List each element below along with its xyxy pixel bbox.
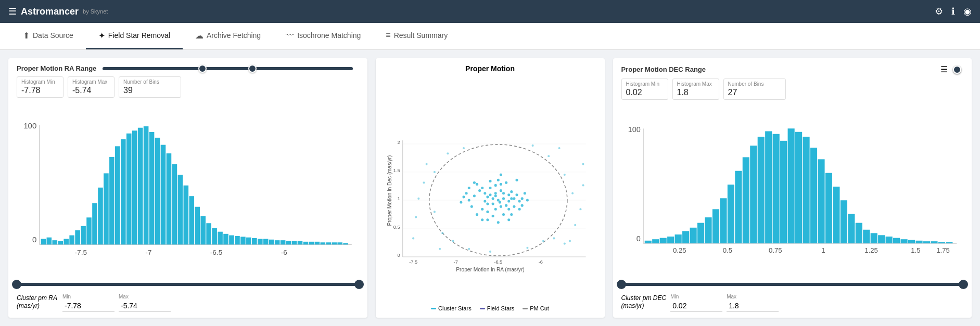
left-cluster-min-input[interactable]	[62, 301, 114, 311]
svg-rect-26	[155, 138, 160, 244]
svg-point-124	[515, 179, 518, 181]
svg-rect-33	[195, 207, 200, 245]
svg-text:1.5: 1.5	[911, 246, 920, 254]
left-slider-thumb-right[interactable]	[248, 64, 257, 73]
svg-rect-201	[833, 187, 839, 243]
svg-rect-12	[75, 230, 80, 244]
svg-rect-41	[240, 237, 246, 244]
svg-rect-46	[269, 240, 274, 245]
menu-button[interactable]: ☰	[8, 6, 17, 17]
tab-data-source[interactable]: ⬆ Data Source	[10, 23, 86, 49]
svg-rect-52	[303, 242, 309, 244]
left-cluster-max-group: Max	[119, 294, 171, 311]
svg-rect-196	[795, 132, 802, 243]
right-cluster-max-input[interactable]	[727, 301, 779, 311]
svg-point-103	[505, 181, 507, 184]
svg-point-157	[468, 248, 470, 250]
svg-point-93	[510, 190, 513, 193]
right-slider-thumb-right[interactable]	[953, 66, 961, 74]
right-bins-value[interactable]: 27	[728, 88, 781, 97]
left-cluster-max-input[interactable]	[119, 301, 171, 311]
svg-point-130	[502, 192, 504, 194]
svg-point-110	[494, 184, 497, 187]
left-range-slider[interactable]	[103, 67, 352, 70]
svg-point-120	[460, 201, 462, 203]
svg-point-161	[489, 251, 491, 253]
svg-point-159	[433, 171, 435, 173]
svg-point-149	[531, 145, 533, 147]
right-hist-min-label: Histogram Min	[626, 81, 664, 87]
svg-text:1.75: 1.75	[936, 246, 950, 254]
svg-rect-39	[229, 236, 234, 245]
svg-point-104	[465, 192, 467, 194]
svg-point-97	[518, 200, 520, 202]
svg-rect-179	[667, 237, 674, 243]
svg-point-106	[475, 213, 478, 216]
svg-rect-214	[931, 241, 937, 243]
tab-field-star-removal[interactable]: ✦ Field Star Removal	[86, 23, 183, 49]
wave-icon: 〰	[286, 31, 294, 40]
left-slider-thumb-left[interactable]	[198, 64, 207, 73]
svg-rect-188	[735, 171, 742, 243]
field-stars-group	[412, 145, 584, 253]
tab-archive-fetching[interactable]: ☁ Archive Fetching	[183, 23, 273, 49]
svg-point-134	[499, 205, 502, 208]
tab-isochrone-matching[interactable]: 〰 Isochrone Matching	[273, 23, 373, 49]
svg-point-147	[553, 237, 555, 239]
svg-point-83	[491, 203, 494, 205]
info-icon: ℹ	[951, 6, 955, 17]
svg-point-85	[483, 200, 486, 202]
left-cluster-min-label: Min	[62, 294, 114, 299]
svg-rect-19	[115, 146, 120, 244]
svg-rect-21	[126, 134, 132, 245]
svg-point-109	[502, 213, 504, 216]
left-hist-min-label: Histogram Min	[21, 79, 59, 85]
right-hist-min-value[interactable]: 0.02	[626, 88, 664, 97]
svg-rect-30	[178, 175, 183, 244]
left-bottom-thumb-right[interactable]	[354, 280, 364, 289]
svg-rect-24	[144, 126, 149, 244]
right-bins-label: Number of Bins	[728, 81, 781, 87]
svg-text:2: 2	[397, 140, 400, 145]
right-hist-max-value[interactable]: 1.8	[677, 88, 715, 97]
svg-rect-215	[938, 242, 945, 243]
left-panel: Proper Motion RA Range Histogram Min -7.…	[8, 58, 367, 318]
svg-rect-187	[727, 185, 734, 243]
right-panel: Proper Motion DEC Range ☰ Histogram Min …	[613, 58, 972, 318]
settings-button[interactable]: ⚙	[935, 6, 943, 17]
svg-rect-58	[337, 242, 342, 244]
tab-result-summary[interactable]: ≡ Result Summary	[373, 23, 460, 49]
left-bottom-thumb-left[interactable]	[12, 280, 21, 289]
svg-rect-44	[258, 239, 263, 244]
left-cluster-pm: Cluster pm RA (mas/yr) Min Max	[17, 294, 359, 311]
right-menu-button[interactable]: ☰	[940, 64, 948, 74]
info-button[interactable]: ℹ	[951, 6, 955, 17]
svg-text:1: 1	[821, 246, 825, 254]
svg-text:1.5: 1.5	[393, 168, 400, 173]
scatter-plot-container: Proper Motion in Dec (mas/yr) 0 0.5 1 1.…	[384, 75, 596, 301]
left-cluster-pm-label-group: Cluster pm RA (mas/yr)	[17, 294, 58, 309]
github-button[interactable]: ◉	[963, 6, 972, 17]
left-bins-value[interactable]: 39	[123, 86, 176, 95]
left-hist-min-group: Histogram Min -7.78	[17, 76, 63, 98]
svg-point-128	[498, 201, 501, 203]
svg-point-136	[510, 197, 513, 200]
right-bottom-thumb-right[interactable]	[959, 280, 968, 289]
right-bottom-thumb-left[interactable]	[617, 280, 626, 289]
svg-text:-7.5: -7.5	[409, 259, 417, 265]
svg-text:-6.5: -6.5	[494, 259, 502, 265]
tab-result-summary-label: Result Summary	[394, 31, 448, 40]
left-bottom-slider[interactable]	[17, 279, 359, 290]
svg-rect-31	[184, 186, 189, 245]
svg-point-102	[497, 179, 499, 181]
svg-text:0.5: 0.5	[393, 225, 400, 230]
svg-text:-6: -6	[281, 249, 288, 256]
scatter-legend: Cluster Stars Field Stars PM Cut	[384, 305, 596, 311]
right-bottom-slider[interactable]	[621, 279, 964, 290]
left-hist-max-value[interactable]: -5.74	[72, 86, 110, 95]
svg-point-132	[507, 200, 510, 202]
left-hist-min-value[interactable]: -7.78	[21, 86, 59, 95]
svg-rect-54	[315, 242, 320, 244]
right-cluster-min-input[interactable]	[670, 301, 722, 311]
svg-point-86	[507, 193, 510, 196]
